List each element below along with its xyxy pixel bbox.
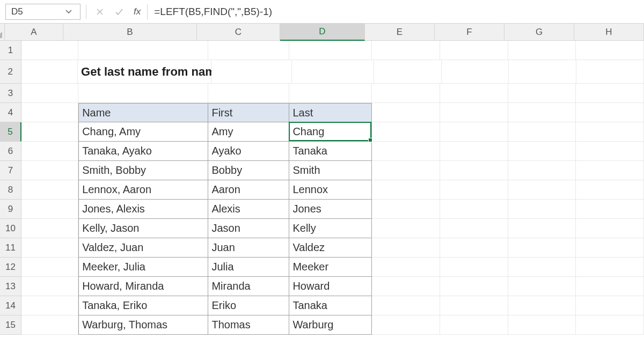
row-header-4[interactable]: 4	[0, 103, 21, 122]
col-header-B[interactable]: B	[63, 24, 197, 41]
cell[interactable]	[576, 258, 644, 277]
cell[interactable]	[78, 84, 208, 103]
table-header-first[interactable]: First	[208, 103, 289, 122]
table-row[interactable]: Juan	[208, 238, 289, 258]
table-row[interactable]: Ayako	[208, 142, 289, 161]
cell[interactable]	[372, 122, 440, 142]
cell[interactable]	[508, 142, 576, 161]
table-row[interactable]: Thomas	[208, 315, 289, 335]
col-header-H[interactable]: H	[574, 24, 644, 41]
cell[interactable]	[508, 219, 576, 238]
cancel-icon[interactable]	[92, 4, 108, 20]
cell[interactable]	[292, 60, 374, 84]
col-header-F[interactable]: F	[435, 24, 504, 41]
col-header-D[interactable]: D	[280, 24, 365, 41]
cell[interactable]	[508, 161, 576, 180]
table-row[interactable]: Lennox, Aaron	[78, 180, 208, 200]
cell[interactable]	[440, 277, 508, 296]
cell[interactable]	[576, 296, 644, 315]
cell[interactable]	[576, 315, 644, 335]
cell[interactable]	[289, 41, 372, 60]
cell[interactable]	[21, 315, 78, 335]
table-header-name[interactable]: Name	[78, 103, 208, 122]
cell[interactable]	[576, 122, 644, 142]
selected-cell[interactable]: Chang	[289, 122, 372, 142]
cell[interactable]	[508, 277, 576, 296]
cell[interactable]	[440, 41, 508, 60]
cell[interactable]	[372, 161, 440, 180]
cell[interactable]	[576, 200, 644, 219]
table-row[interactable]: Tanaka	[289, 142, 372, 161]
col-header-E[interactable]: E	[365, 24, 435, 41]
row-header-6[interactable]: 6	[0, 142, 21, 161]
cell[interactable]	[21, 161, 78, 180]
cell[interactable]	[508, 180, 576, 200]
cell[interactable]	[508, 200, 576, 219]
formula-input[interactable]: =LEFT(B5,FIND(",",B5)-1)	[147, 4, 639, 20]
cell[interactable]	[372, 315, 440, 335]
cell[interactable]	[21, 219, 78, 238]
cell[interactable]	[21, 122, 78, 142]
table-row[interactable]: Meeker	[289, 258, 372, 277]
table-row[interactable]: Smith, Bobby	[78, 161, 208, 180]
table-row[interactable]: Julia	[208, 258, 289, 277]
row-header-14[interactable]: 14	[0, 296, 21, 315]
cell[interactable]	[508, 103, 576, 122]
cell[interactable]	[508, 84, 576, 103]
cell[interactable]	[21, 296, 78, 315]
row-header-12[interactable]: 12	[0, 258, 21, 277]
select-all-corner[interactable]	[0, 24, 5, 41]
cell[interactable]	[372, 258, 440, 277]
cell[interactable]	[440, 219, 508, 238]
row-header-15[interactable]: 15	[0, 315, 21, 335]
cell[interactable]	[508, 238, 576, 258]
cell[interactable]	[508, 258, 576, 277]
table-row[interactable]: Valdez, Juan	[78, 238, 208, 258]
table-row[interactable]: Tanaka, Eriko	[78, 296, 208, 315]
cell[interactable]	[508, 315, 576, 335]
table-header-last[interactable]: Last	[289, 103, 372, 122]
row-header-3[interactable]: 3	[0, 84, 21, 103]
cell[interactable]	[21, 103, 78, 122]
table-row[interactable]: Jones	[289, 200, 372, 219]
cell[interactable]	[374, 60, 442, 84]
cell[interactable]	[440, 122, 508, 142]
cell[interactable]	[508, 41, 576, 60]
cell[interactable]	[576, 277, 644, 296]
table-row[interactable]: Tanaka	[289, 296, 372, 315]
col-header-A[interactable]: A	[5, 24, 63, 41]
cell[interactable]	[576, 84, 644, 103]
name-box[interactable]: D5	[5, 4, 80, 20]
table-row[interactable]: Lennox	[289, 180, 372, 200]
cell[interactable]	[576, 103, 644, 122]
cell[interactable]	[21, 258, 78, 277]
cell[interactable]	[440, 258, 508, 277]
table-row[interactable]: Chang, Amy	[78, 122, 208, 142]
cell[interactable]	[440, 238, 508, 258]
cell[interactable]	[372, 277, 440, 296]
cell[interactable]	[372, 296, 440, 315]
cell[interactable]	[440, 180, 508, 200]
table-row[interactable]: Jones, Alexis	[78, 200, 208, 219]
cell[interactable]	[440, 142, 508, 161]
cell[interactable]	[576, 180, 644, 200]
cell[interactable]	[576, 41, 644, 60]
cell[interactable]	[576, 219, 644, 238]
cell[interactable]	[509, 60, 576, 84]
cell[interactable]	[576, 142, 644, 161]
cell[interactable]	[208, 41, 289, 60]
row-header-8[interactable]: 8	[0, 180, 21, 200]
table-row[interactable]: Kelly	[289, 219, 372, 238]
cell[interactable]	[21, 200, 78, 219]
cell[interactable]	[440, 84, 508, 103]
cell[interactable]	[78, 41, 208, 60]
table-row[interactable]: Howard, Miranda	[78, 277, 208, 296]
cell[interactable]	[21, 238, 78, 258]
table-row[interactable]: Warburg, Thomas	[78, 315, 208, 335]
table-row[interactable]: Tanaka, Ayako	[78, 142, 208, 161]
cell[interactable]	[508, 122, 576, 142]
table-row[interactable]: Warburg	[289, 315, 372, 335]
insert-function-button[interactable]: fx	[130, 6, 144, 17]
cell[interactable]	[442, 60, 509, 84]
page-title[interactable]: Get last name from name with comma	[78, 60, 211, 84]
